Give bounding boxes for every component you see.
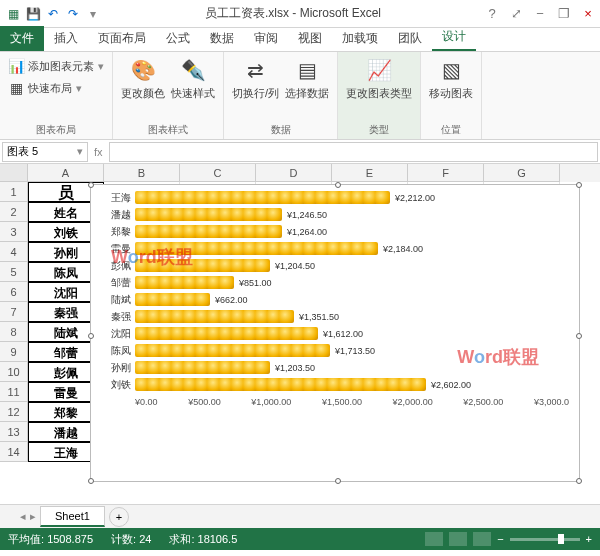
close-button[interactable]: ×	[580, 6, 596, 21]
colors-icon: 🎨	[129, 56, 157, 84]
move-chart-button[interactable]: ▧移动图表	[429, 56, 473, 101]
quick-style-button[interactable]: ✒️快速样式	[171, 56, 215, 101]
select-data-icon: ▤	[293, 56, 321, 84]
name-box[interactable]: 图表 5▾	[2, 142, 88, 162]
chart-bar[interactable]: 陆斌¥662.00	[135, 291, 569, 308]
tab-formulas[interactable]: 公式	[156, 26, 200, 51]
view-pagebreak-icon[interactable]	[473, 532, 491, 546]
col-header[interactable]: F	[408, 164, 484, 182]
chart-bar[interactable]: 陈凤¥1,713.50	[135, 342, 569, 359]
move-icon: ▧	[437, 56, 465, 84]
chart-bar[interactable]: 秦强¥1,351.50	[135, 308, 569, 325]
chart-bar[interactable]: 潘越¥1,246.50	[135, 206, 569, 223]
group-label-location: 位置	[429, 121, 473, 137]
tab-design[interactable]: 设计	[432, 24, 476, 51]
chart-bar[interactable]: 王海¥2,212.00	[135, 189, 569, 206]
chart-handle[interactable]	[88, 478, 94, 484]
row-header[interactable]: 7	[0, 302, 28, 322]
add-element-icon: 📊	[8, 58, 24, 74]
col-header[interactable]: A	[28, 164, 104, 182]
view-normal-icon[interactable]	[425, 532, 443, 546]
chart-bar[interactable]: 彭佩¥1,204.50	[135, 257, 569, 274]
switch-rowcol-button[interactable]: ⇄切换行/列	[232, 56, 279, 101]
chart-bar[interactable]: 郑黎¥1,264.00	[135, 223, 569, 240]
row-header[interactable]: 14	[0, 442, 28, 462]
help-button[interactable]: ?	[484, 6, 500, 21]
chart-bar[interactable]: 刘铁¥2,602.00	[135, 376, 569, 393]
formula-bar[interactable]	[109, 142, 598, 162]
row-header[interactable]: 9	[0, 342, 28, 362]
fx-icon[interactable]: fx	[88, 146, 109, 158]
qat-more-icon[interactable]: ▾	[84, 5, 102, 23]
add-sheet-button[interactable]: +	[109, 507, 129, 527]
row-header[interactable]: 5	[0, 262, 28, 282]
chart-handle[interactable]	[576, 182, 582, 188]
status-bar: 平均值: 1508.875 计数: 24 求和: 18106.5 − +	[0, 528, 600, 550]
sheet-tab-active[interactable]: Sheet1	[40, 506, 105, 527]
chart-handle[interactable]	[335, 478, 341, 484]
chart-handle[interactable]	[88, 182, 94, 188]
tab-view[interactable]: 视图	[288, 26, 332, 51]
tab-data[interactable]: 数据	[200, 26, 244, 51]
chart-bar[interactable]: 孙刚¥1,203.50	[135, 359, 569, 376]
change-colors-button[interactable]: 🎨更改颜色	[121, 56, 165, 101]
row-header[interactable]: 11	[0, 382, 28, 402]
tab-addins[interactable]: 加载项	[332, 26, 388, 51]
col-header[interactable]: G	[484, 164, 560, 182]
row-header[interactable]: 13	[0, 422, 28, 442]
chart-handle[interactable]	[335, 182, 341, 188]
zoom-out-button[interactable]: −	[497, 533, 503, 545]
col-header[interactable]: E	[332, 164, 408, 182]
embedded-chart[interactable]: 王海¥2,212.00潘越¥1,246.50郑黎¥1,264.00雷曼¥2,18…	[90, 184, 580, 482]
sheet-nav-prev-icon[interactable]: ◂	[20, 510, 26, 523]
ribbon-options-icon[interactable]: ⤢	[508, 6, 524, 21]
col-header[interactable]: C	[180, 164, 256, 182]
tab-insert[interactable]: 插入	[44, 26, 88, 51]
redo-icon[interactable]: ↷	[64, 5, 82, 23]
group-label-style: 图表样式	[121, 121, 215, 137]
ribbon-group-data: ⇄切换行/列 ▤选择数据 数据	[224, 52, 338, 139]
tab-page-layout[interactable]: 页面布局	[88, 26, 156, 51]
chart-bar[interactable]: 雷曼¥2,184.00	[135, 240, 569, 257]
chart-handle[interactable]	[576, 333, 582, 339]
zoom-slider[interactable]	[510, 538, 580, 541]
ribbon-group-style: 🎨更改颜色 ✒️快速样式 图表样式	[113, 52, 224, 139]
quick-layout-icon: ▦	[8, 80, 24, 96]
tab-file[interactable]: 文件	[0, 26, 44, 51]
row-header[interactable]: 1	[0, 182, 28, 202]
sheet-nav-next-icon[interactable]: ▸	[30, 510, 36, 523]
row-header[interactable]: 2	[0, 202, 28, 222]
minimize-button[interactable]: −	[532, 6, 548, 21]
add-chart-element-button[interactable]: 📊添加图表元素▾	[8, 56, 104, 76]
col-header[interactable]: B	[104, 164, 180, 182]
row-header[interactable]: 10	[0, 362, 28, 382]
undo-icon[interactable]: ↶	[44, 5, 62, 23]
row-header[interactable]: 8	[0, 322, 28, 342]
tab-team[interactable]: 团队	[388, 26, 432, 51]
chart-bar[interactable]: 邹蕾¥851.00	[135, 274, 569, 291]
select-data-button[interactable]: ▤选择数据	[285, 56, 329, 101]
select-all-corner[interactable]	[0, 164, 28, 182]
change-chart-type-button[interactable]: 📈更改图表类型	[346, 56, 412, 101]
status-average: 平均值: 1508.875	[8, 532, 93, 547]
row-header[interactable]: 4	[0, 242, 28, 262]
chart-handle[interactable]	[88, 333, 94, 339]
chart-plot-area[interactable]: 王海¥2,212.00潘越¥1,246.50郑黎¥1,264.00雷曼¥2,18…	[91, 185, 579, 393]
zoom-in-button[interactable]: +	[586, 533, 592, 545]
row-header[interactable]: 12	[0, 402, 28, 422]
view-layout-icon[interactable]	[449, 532, 467, 546]
chart-x-axis: ¥0.00¥500.00¥1,000.00¥1,500.00¥2,000.00¥…	[91, 393, 579, 407]
quick-layout-button[interactable]: ▦快速布局▾	[8, 78, 82, 98]
chart-handle[interactable]	[576, 478, 582, 484]
row-header[interactable]: 3	[0, 222, 28, 242]
restore-button[interactable]: ❐	[556, 6, 572, 21]
tab-review[interactable]: 审阅	[244, 26, 288, 51]
group-label-type: 类型	[346, 121, 412, 137]
sheet-tabs: ◂ ▸ Sheet1 +	[0, 504, 600, 528]
chart-bar[interactable]: 沈阳¥1,612.00	[135, 325, 569, 342]
ribbon: 📊添加图表元素▾ ▦快速布局▾ 图表布局 🎨更改颜色 ✒️快速样式 图表样式 ⇄…	[0, 52, 600, 140]
row-header[interactable]: 6	[0, 282, 28, 302]
save-icon[interactable]: 💾	[24, 5, 42, 23]
window-title: 员工工资表.xlsx - Microsoft Excel	[102, 5, 484, 22]
col-header[interactable]: D	[256, 164, 332, 182]
